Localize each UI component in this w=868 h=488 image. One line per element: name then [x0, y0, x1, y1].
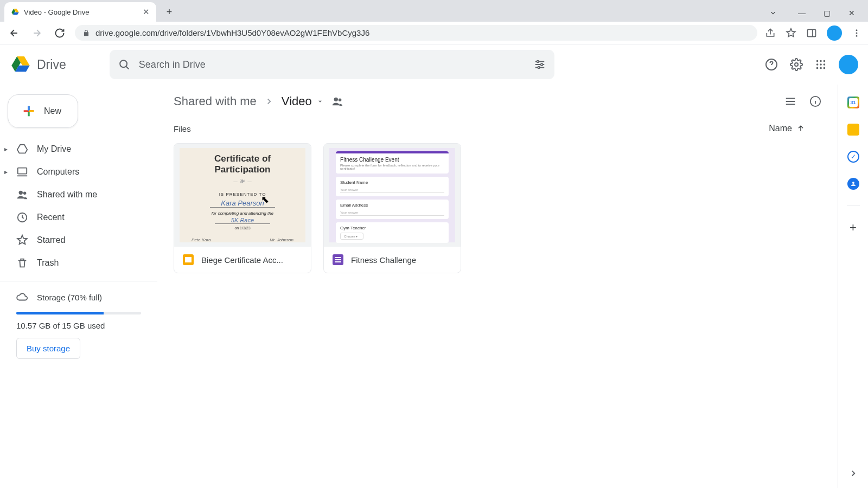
forms-icon: [333, 254, 343, 265]
file-thumb: Certificate of Participation ⸺ ❧ ⸺ IS PR…: [174, 144, 311, 247]
close-tab-icon[interactable]: ✕: [143, 7, 150, 17]
breadcrumb-current[interactable]: Video: [282, 94, 324, 108]
sort-button[interactable]: Name: [769, 124, 821, 133]
cert-person: Kara Pearson: [210, 199, 275, 208]
search-input[interactable]: [139, 59, 534, 70]
drive-logo-icon: [10, 54, 31, 75]
file-footer: Fitness Challenge: [324, 247, 461, 273]
url-field[interactable]: drive.google.com/drive/folders/1VbwhH3U5…: [75, 25, 757, 41]
file-card-fitness[interactable]: Fitness Challenge Event Please complete …: [323, 143, 461, 273]
new-button[interactable]: New: [8, 94, 78, 128]
side-panel-icon[interactable]: [806, 28, 817, 38]
bookmark-icon[interactable]: [786, 28, 796, 38]
cert-presented: IS PRESENTED TO: [186, 192, 299, 197]
svg-point-10: [816, 60, 819, 62]
computers-icon: [16, 166, 28, 178]
content-main: Shared with me Video Files Name: [157, 85, 838, 488]
tab-bar: Video - Google Drive ✕ + — ▢ ✕: [0, 0, 868, 22]
certificate-preview: Certificate of Participation ⸺ ❧ ⸺ IS PR…: [180, 148, 305, 243]
svg-point-18: [824, 67, 826, 69]
search-icon[interactable]: [118, 59, 130, 70]
svg-point-11: [820, 60, 822, 62]
chrome-profile-avatar[interactable]: [827, 25, 842, 41]
settings-icon[interactable]: [790, 58, 803, 71]
nav-starred[interactable]: Starred: [0, 229, 157, 252]
calendar-icon[interactable]: [847, 97, 859, 108]
brand[interactable]: Drive: [10, 54, 66, 75]
rail-divider: [847, 205, 860, 206]
new-button-label: New: [44, 106, 61, 116]
svg-point-16: [816, 67, 819, 69]
reload-button[interactable]: [52, 25, 67, 41]
file-name: Fitness Challenge: [351, 255, 416, 265]
browser-tab[interactable]: Video - Google Drive ✕: [4, 2, 156, 22]
contacts-icon[interactable]: [847, 178, 859, 190]
plus-icon: [21, 104, 36, 119]
expand-icon[interactable]: ▸: [4, 168, 8, 176]
cert-date: on 1/3/23: [186, 226, 299, 230]
nav-trash[interactable]: Trash: [0, 252, 157, 274]
chrome-actions: [765, 25, 861, 41]
cert-title: Certificate of Participation: [186, 153, 299, 175]
nav-shared[interactable]: Shared with me: [0, 183, 157, 206]
slides-icon: [183, 254, 194, 265]
back-button[interactable]: [7, 25, 22, 41]
account-avatar[interactable]: [839, 55, 858, 74]
nav-label: Recent: [37, 213, 65, 222]
file-footer: Biege Certificate Acc...: [174, 247, 311, 273]
file-card-certificate[interactable]: Certificate of Participation ⸺ ❧ ⸺ IS PR…: [174, 143, 311, 273]
nav-recent[interactable]: Recent: [0, 206, 157, 229]
breadcrumb-root[interactable]: Shared with me: [174, 94, 257, 108]
shared-indicator-icon[interactable]: [331, 95, 343, 107]
drive-favicon: [11, 8, 20, 16]
expand-icon[interactable]: ▸: [4, 145, 8, 153]
brand-name: Drive: [37, 57, 66, 72]
support-icon[interactable]: [765, 58, 778, 71]
search-bar[interactable]: [110, 50, 554, 79]
nav-my-drive[interactable]: ▸ My Drive: [0, 138, 157, 160]
details-icon[interactable]: [809, 95, 821, 107]
breadcrumb-current-label: Video: [282, 94, 312, 108]
get-addons-icon[interactable]: +: [850, 221, 857, 235]
form-subtitle: Please complete the form for feedback, r…: [340, 164, 444, 170]
buy-storage-label: Buy storage: [27, 344, 70, 353]
maximize-icon[interactable]: ▢: [819, 9, 834, 17]
new-tab-button[interactable]: +: [162, 4, 177, 20]
apps-icon[interactable]: [815, 59, 827, 70]
keep-icon[interactable]: [847, 124, 859, 136]
svg-point-3: [856, 35, 858, 36]
svg-point-20: [19, 191, 23, 195]
storage-used-text: 10.57 GB of 15 GB used: [0, 321, 157, 338]
svg-point-15: [824, 63, 826, 66]
main: New ▸ My Drive ▸ Computers Shared with m…: [0, 85, 868, 488]
tasks-icon[interactable]: ✓: [847, 151, 859, 163]
nav-computers[interactable]: ▸ Computers: [0, 160, 157, 183]
breadcrumb-actions: [784, 95, 821, 107]
svg-point-23: [334, 98, 337, 101]
list-view-icon[interactable]: [784, 95, 796, 107]
share-page-icon[interactable]: [765, 28, 776, 38]
svg-point-24: [339, 99, 342, 102]
window-controls: — ▢ ✕: [761, 9, 868, 22]
sort-arrow-icon: [796, 124, 805, 133]
minimize-icon[interactable]: —: [794, 9, 809, 17]
hide-panel-icon[interactable]: [848, 468, 858, 478]
storage-bar: [16, 312, 141, 314]
cloud-icon: [16, 291, 28, 303]
close-window-icon[interactable]: ✕: [844, 9, 859, 17]
form-q1: Student Name: [340, 180, 444, 185]
svg-point-13: [816, 63, 819, 66]
nav-label: Shared with me: [37, 190, 97, 200]
chrome-menu-icon[interactable]: [852, 28, 861, 38]
buy-storage-button[interactable]: Buy storage: [16, 338, 80, 359]
nav-label: Computers: [37, 167, 79, 177]
forward-button[interactable]: [29, 25, 44, 41]
content: Shared with me Video Files Name: [157, 85, 868, 488]
form-ph2: Your answer: [340, 211, 444, 216]
top-icons: [765, 55, 858, 74]
nav-storage[interactable]: Storage (70% full): [0, 288, 157, 306]
search-options-icon[interactable]: [534, 59, 546, 70]
recent-icon: [16, 211, 28, 223]
tab-search-icon[interactable]: [769, 9, 784, 17]
form-ph1: Your answer: [340, 188, 444, 193]
